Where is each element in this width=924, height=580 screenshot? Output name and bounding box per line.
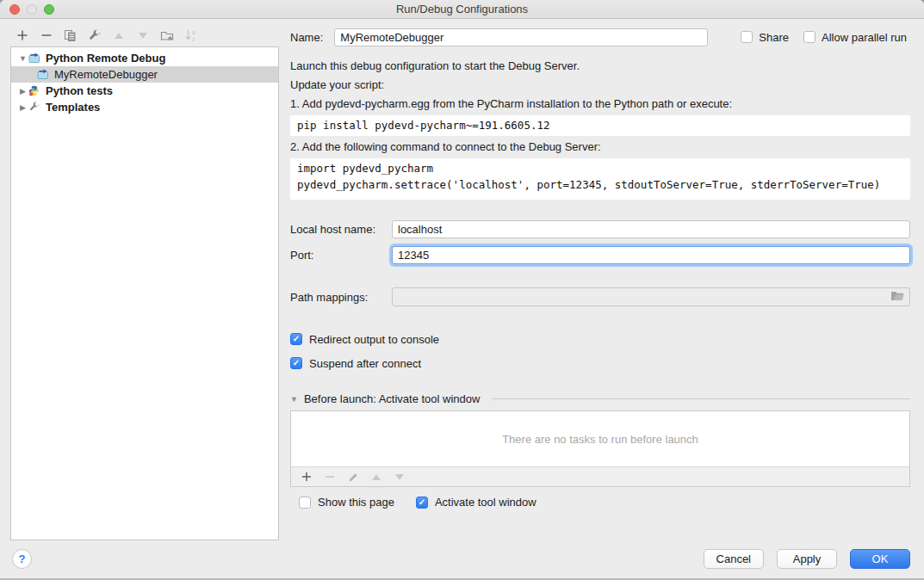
redirect-output-label: Redirect output to console — [309, 333, 439, 346]
chevron-expanded-icon[interactable]: ▼ — [17, 54, 28, 63]
before-launch-section: ▼ Before launch: Activate tool window Th… — [290, 392, 910, 509]
section-divider — [493, 398, 910, 399]
local-host-input[interactable] — [392, 220, 910, 238]
port-input[interactable] — [392, 246, 910, 264]
tree-item-myremotedebugger[interactable]: MyRemoteDebugger — [11, 66, 278, 83]
configurations-toolbar: az — [15, 27, 198, 44]
name-label: Name: — [290, 31, 323, 44]
task-list-toolbar — [291, 466, 909, 486]
add-configuration-icon[interactable] — [15, 28, 29, 43]
tree-item-python-remote-debug[interactable]: ▼ Python Remote Debug — [11, 50, 278, 66]
suspend-after-connect-row[interactable]: Suspend after connect — [290, 356, 910, 370]
before-launch-task-list: There are no tasks to run before launch — [290, 410, 910, 487]
redirect-output-row[interactable]: Redirect output to console — [290, 332, 910, 346]
traffic-lights — [9, 4, 54, 15]
local-host-row: Local host name: — [290, 220, 910, 238]
svg-text:a: a — [192, 29, 195, 35]
name-input[interactable] — [334, 28, 708, 46]
run-config-icon — [37, 69, 50, 80]
configurations-tree: ▼ Python Remote Debug MyRemoteDebugger ▶… — [10, 46, 279, 540]
remove-configuration-icon[interactable] — [39, 28, 53, 43]
help-button[interactable]: ? — [12, 549, 32, 569]
folder-browse-icon[interactable] — [890, 290, 904, 304]
settrace-code-line1: import pydevd_pycharm — [297, 160, 903, 176]
chevron-collapsed-icon[interactable]: ▶ — [17, 103, 28, 112]
zoom-window-button[interactable] — [44, 4, 54, 15]
port-row: Port: — [290, 246, 910, 264]
remove-task-icon — [324, 471, 336, 483]
activate-tool-window-label: Activate tool window — [435, 496, 536, 509]
share-checkbox[interactable] — [741, 31, 753, 43]
show-this-page-checkbox[interactable] — [299, 497, 311, 509]
suspend-after-connect-label: Suspend after connect — [309, 357, 421, 370]
settrace-code-line2: pydevd_pycharm.settrace('localhost', por… — [297, 176, 903, 193]
edit-task-pencil-icon — [347, 471, 359, 483]
dialog-buttons: Cancel Apply OK — [704, 549, 910, 569]
path-mappings-row: Path mappings: — [290, 287, 910, 306]
wrench-icon — [28, 102, 41, 113]
ok-button[interactable]: OK — [850, 549, 910, 569]
pip-install-code: pip install pydevd-pycharm~=191.6605.12 — [290, 115, 910, 136]
allow-parallel-run-label: Allow parallel run — [822, 31, 907, 44]
show-this-page-label: Show this page — [318, 496, 394, 509]
move-task-up-icon — [370, 471, 382, 483]
cancel-button[interactable]: Cancel — [704, 549, 764, 569]
chevron-collapsed-icon[interactable]: ▶ — [17, 87, 28, 96]
section-collapse-icon[interactable]: ▼ — [290, 395, 298, 404]
port-label: Port: — [290, 249, 392, 262]
run-config-icon — [28, 52, 41, 64]
redirect-output-checkbox[interactable] — [290, 333, 302, 345]
move-down-icon — [135, 28, 150, 43]
tree-item-templates[interactable]: ▶ Templates — [11, 99, 278, 115]
connection-fields: Local host name: Port: Path mappings: — [290, 220, 910, 306]
python-icon — [28, 85, 41, 96]
allow-parallel-run-checkbox-group[interactable]: Allow parallel run — [803, 31, 907, 44]
share-checkbox-group[interactable]: Share — [741, 31, 789, 44]
move-task-down-icon — [394, 471, 406, 483]
configuration-form: Name: Share Allow parallel run Launch th… — [290, 28, 910, 509]
copy-configuration-icon[interactable] — [63, 28, 78, 43]
move-up-icon — [111, 28, 126, 43]
new-folder-icon[interactable] — [159, 28, 174, 43]
step1-text: 1. Add pydevd-pycharm.egg from the PyCha… — [290, 95, 910, 114]
tree-item-label: Templates — [46, 101, 100, 114]
before-launch-title: Before launch: Activate tool window — [304, 392, 481, 405]
page-options-row: Show this page Activate tool window — [290, 496, 910, 509]
name-row: Name: Share Allow parallel run — [290, 28, 910, 46]
local-host-label: Local host name: — [290, 223, 392, 236]
edit-defaults-wrench-icon[interactable] — [87, 28, 102, 43]
tree-item-label: Python tests — [46, 84, 113, 97]
dialog-body: az ▼ Python Remote Debug MyRemoteDebugge… — [0, 20, 924, 578]
update-script-text: Update your script: — [290, 76, 910, 95]
empty-task-list-text: There are no tasks to run before launch — [291, 411, 909, 466]
tree-item-label: MyRemoteDebugger — [54, 68, 158, 81]
sort-alphabetically-icon: az — [183, 28, 198, 43]
add-task-icon[interactable] — [301, 471, 313, 483]
tree-item-label: Python Remote Debug — [46, 52, 165, 65]
tree-item-python-tests[interactable]: ▶ Python tests — [11, 83, 278, 99]
path-mappings-label: Path mappings: — [290, 291, 392, 304]
share-label: Share — [759, 31, 789, 44]
window-title: Run/Debug Configurations — [396, 3, 528, 15]
output-options: Redirect output to console Suspend after… — [290, 332, 910, 370]
path-mappings-field[interactable] — [392, 287, 910, 306]
suspend-after-connect-checkbox[interactable] — [290, 357, 302, 369]
title-bar: Run/Debug Configurations — [0, 0, 924, 19]
activate-tool-window-checkbox[interactable] — [416, 497, 428, 509]
step2-text: 2. Add the following command to connect … — [290, 138, 910, 157]
apply-button[interactable]: Apply — [777, 549, 837, 569]
settrace-code: import pydevd_pycharm pydevd_pycharm.set… — [290, 158, 910, 200]
intro-text: Launch this debug configuration to start… — [290, 57, 910, 76]
minimize-window-button — [27, 4, 37, 15]
svg-text:z: z — [192, 36, 195, 42]
allow-parallel-run-checkbox[interactable] — [803, 31, 815, 43]
close-window-button[interactable] — [9, 4, 20, 15]
before-launch-header[interactable]: ▼ Before launch: Activate tool window — [290, 392, 910, 405]
run-debug-configurations-dialog: Run/Debug Configurations az — [0, 0, 924, 580]
